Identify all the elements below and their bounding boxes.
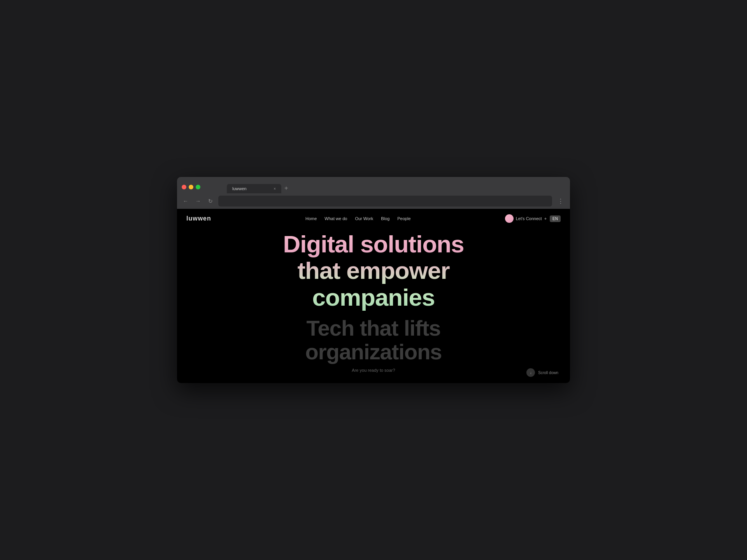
hero-line3: companies (312, 284, 435, 311)
forward-button[interactable]: → (193, 196, 203, 206)
browser-window: luwwen × + ← → ↻ ⋮ luwwen (177, 177, 570, 383)
lets-connect-button[interactable]: Let's Connect + (505, 214, 547, 223)
minimize-button[interactable] (189, 185, 193, 189)
hero-section: Digital solutions that empower companies… (177, 228, 570, 383)
nav-what-we-do[interactable]: What we do (324, 216, 347, 221)
site-nav: luwwen Home What we do Our Work Blog Peo… (177, 209, 570, 228)
hero-line1: Digital solutions (283, 231, 464, 257)
site-logo: luwwen (186, 215, 211, 222)
hero-main-text: Digital solutions that empower companies (283, 231, 464, 311)
nav-links: Home What we do Our Work Blog People (305, 216, 411, 221)
browser-menu-button[interactable]: ⋮ (555, 196, 566, 206)
connect-chevron-icon: + (544, 216, 547, 221)
website-content: luwwen Home What we do Our Work Blog Peo… (177, 209, 570, 383)
nav-blog[interactable]: Blog (381, 216, 389, 221)
avatar-dot (505, 214, 514, 223)
scroll-indicator: ↓ Scroll down (526, 368, 558, 377)
hero-subline1: Tech that lifts (307, 316, 441, 340)
nav-home[interactable]: Home (305, 216, 317, 221)
tab-close-icon[interactable]: × (274, 187, 276, 191)
browser-titlebar: luwwen × + (177, 177, 570, 193)
hero-line2: that empower (297, 257, 449, 284)
connect-label: Let's Connect (516, 216, 542, 221)
back-button[interactable]: ← (181, 196, 190, 206)
refresh-button[interactable]: ↻ (206, 196, 215, 206)
desktop: luwwen × + ← → ↻ ⋮ luwwen (0, 0, 747, 560)
language-button[interactable]: EN (550, 215, 561, 222)
traffic-lights (182, 185, 200, 189)
nav-people[interactable]: People (397, 216, 410, 221)
browser-chrome: luwwen × + ← → ↻ ⋮ (177, 177, 570, 209)
nav-right: Let's Connect + EN (505, 214, 561, 223)
maximize-button[interactable] (196, 185, 200, 189)
browser-toolbar: ← → ↻ ⋮ (177, 193, 570, 209)
address-bar[interactable] (218, 196, 552, 206)
hero-tagline: Are you ready to soar? (352, 368, 395, 373)
nav-our-work[interactable]: Our Work (355, 216, 373, 221)
browser-tab[interactable]: luwwen × (227, 184, 281, 193)
hero-subline2: organizations (305, 340, 442, 364)
scroll-label: Scroll down (538, 371, 558, 375)
close-button[interactable] (182, 185, 186, 189)
tab-bar: luwwen × + (203, 183, 313, 193)
new-tab-button[interactable]: + (283, 183, 289, 193)
scroll-circle-icon: ↓ (526, 368, 535, 377)
tab-title: luwwen (232, 186, 247, 191)
hero-sub-text: Tech that lifts organizations (305, 316, 442, 364)
